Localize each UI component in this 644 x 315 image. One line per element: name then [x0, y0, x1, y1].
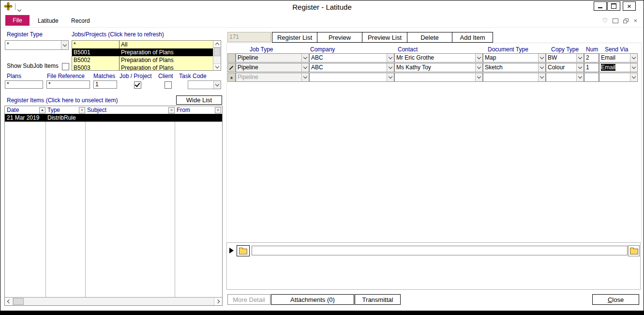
contact-combo[interactable] [394, 73, 483, 82]
jobs-projects-refresh-label[interactable]: Jobs/Projects (Click here to refresh) [72, 31, 164, 38]
copy-type-combo[interactable]: Colour [546, 63, 584, 72]
close-window-button[interactable]: × [623, 1, 636, 11]
row-selector[interactable] [227, 53, 236, 63]
scrollbar-thumb[interactable] [13, 298, 24, 305]
preview-button[interactable]: Preview [317, 32, 362, 43]
restore-window-icon[interactable] [623, 18, 629, 23]
file-reference-input[interactable]: * [46, 80, 90, 89]
sort-icon[interactable]: o [168, 107, 175, 113]
scroll-down-icon[interactable] [213, 63, 221, 70]
contact-combo[interactable]: Ms Kathy Toy [394, 63, 483, 72]
chevron-down-icon[interactable] [387, 73, 394, 81]
job-row[interactable]: * All [72, 41, 213, 48]
company-combo[interactable]: ABC [309, 63, 394, 72]
chevron-down-icon[interactable] [61, 41, 68, 49]
job-type-combo[interactable]: Pipeline [236, 63, 309, 72]
col-header-date[interactable]: Date [7, 107, 19, 113]
job-row[interactable]: B5002 Preparation of Plans [72, 56, 213, 64]
sort-asc-icon[interactable]: ▲ [39, 107, 45, 113]
chevron-down-icon[interactable] [576, 54, 584, 62]
chevron-down-icon[interactable] [475, 54, 482, 62]
num-field[interactable]: 2 [584, 53, 599, 63]
delete-button[interactable]: Delete [407, 32, 452, 43]
job-type-combo[interactable]: Pipeline [236, 73, 309, 82]
copy-type-combo[interactable] [546, 73, 584, 82]
company-combo[interactable]: ABC [309, 53, 394, 63]
items-horizontal-scrollbar[interactable] [5, 297, 222, 305]
attachment-path-field[interactable] [252, 246, 628, 255]
attachments-button[interactable]: Attachments (0) [271, 294, 354, 305]
chevron-down-icon[interactable] [213, 81, 221, 89]
chevron-down-icon[interactable] [630, 54, 637, 62]
tab-record[interactable]: Record [71, 17, 90, 24]
chevron-down-icon[interactable] [301, 63, 309, 72]
show-subjob-checkbox[interactable] [62, 63, 69, 70]
chevron-down-icon[interactable] [538, 54, 545, 62]
plans-input[interactable]: * [5, 80, 43, 89]
matches-input[interactable]: 1 [93, 80, 117, 89]
chevron-down-icon[interactable] [576, 73, 584, 81]
transmittal-button[interactable]: Transmittal [355, 294, 401, 305]
job-project-checkbox[interactable] [134, 81, 141, 89]
jobs-list-scrollbar[interactable] [213, 41, 221, 70]
minimize-button[interactable] [594, 1, 607, 11]
heart-icon[interactable]: ♡ [602, 17, 608, 24]
job-type-combo[interactable]: Pipeline [236, 53, 309, 63]
browse-button[interactable] [628, 245, 640, 256]
row-selector-new[interactable]: * [227, 73, 236, 82]
send-via-combo[interactable]: Email [599, 53, 638, 63]
maximize-button[interactable] [607, 1, 620, 11]
contact-combo[interactable]: Mr Eric Grothe [394, 53, 483, 63]
scroll-right-icon[interactable] [214, 298, 222, 305]
col-header-from[interactable]: From [177, 107, 190, 113]
attachment-add-button[interactable] [237, 245, 250, 256]
col-header-subject[interactable]: Subject [87, 107, 106, 113]
close-ribbon-icon[interactable]: × [633, 17, 637, 24]
register-items-label[interactable]: Register Items (Click here to unselect i… [7, 97, 118, 104]
chevron-down-icon[interactable] [475, 73, 482, 81]
send-via-combo[interactable]: Email [599, 63, 638, 72]
register-list-button[interactable]: Register List [272, 32, 317, 43]
jobs-projects-list[interactable]: * All B5001 Preparation of Plans B5002 P… [72, 40, 221, 71]
minimize-ribbon-icon[interactable] [613, 18, 618, 23]
num-field[interactable]: 1 [584, 63, 599, 72]
scroll-up-icon[interactable] [213, 41, 221, 47]
scroll-left-icon[interactable] [5, 298, 13, 305]
chevron-down-icon[interactable] [630, 73, 637, 81]
chevron-down-icon[interactable] [387, 54, 394, 62]
chevron-down-icon[interactable] [475, 63, 482, 72]
chevron-down-icon[interactable] [576, 63, 584, 72]
document-type-combo[interactable]: Map [483, 53, 546, 63]
send-via-combo[interactable] [599, 73, 638, 82]
copy-type-combo[interactable]: BW [546, 53, 584, 63]
preview-list-button[interactable]: Preview List [362, 32, 407, 43]
company-combo[interactable] [309, 73, 394, 82]
tab-file[interactable]: File [5, 15, 30, 26]
add-item-button[interactable]: Add Item [452, 32, 493, 43]
document-type-combo[interactable]: Sketch [483, 63, 546, 72]
chevron-down-icon[interactable] [387, 63, 394, 72]
chevron-down-icon[interactable] [538, 63, 545, 72]
more-detail-button[interactable]: More Detail [227, 294, 270, 305]
task-code-combo[interactable] [188, 80, 221, 89]
register-items-table[interactable]: Date ▲ Type o Subject o From o 21 Mar 20… [4, 106, 223, 306]
document-type-combo[interactable] [483, 73, 546, 82]
wide-list-button[interactable]: Wide List [176, 95, 222, 105]
job-row-selected[interactable]: B5001 Preparation of Plans [72, 48, 213, 56]
chevron-down-icon[interactable] [301, 73, 309, 81]
chevron-down-icon[interactable] [538, 73, 545, 81]
job-row[interactable]: B5003 Preparation of Plans [72, 64, 213, 71]
sort-icon[interactable]: o [79, 107, 85, 113]
client-checkbox[interactable] [165, 81, 172, 89]
col-header-type[interactable]: Type [47, 107, 60, 113]
sort-icon[interactable]: o [215, 107, 221, 113]
row-selector-editing[interactable] [227, 63, 236, 72]
scrollbar-thumb[interactable] [214, 47, 220, 56]
num-field[interactable] [584, 73, 599, 82]
chevron-down-icon[interactable] [301, 54, 309, 62]
tab-latitude[interactable]: Latitude [38, 17, 59, 24]
register-item-row-selected[interactable]: 21 Mar 2019 DistribRule [5, 114, 222, 122]
close-button[interactable]: Close [592, 294, 639, 305]
chevron-down-icon[interactable] [630, 63, 637, 72]
register-type-combo[interactable]: * [5, 40, 69, 50]
